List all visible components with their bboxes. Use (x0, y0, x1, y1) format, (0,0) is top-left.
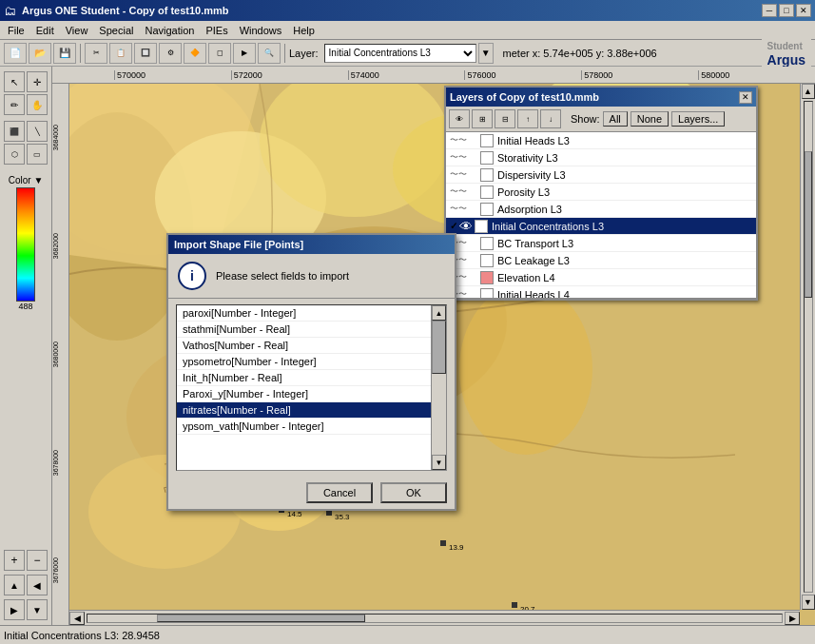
hand-tool[interactable]: ✋ (27, 94, 48, 115)
close-button[interactable]: ✕ (796, 4, 811, 17)
layer-tb-btn-5[interactable]: ↓ (540, 109, 561, 128)
tb-btn-1[interactable]: ✂ (85, 43, 107, 64)
menu-pies[interactable]: PIEs (200, 23, 233, 38)
ruler-left: 3684000 3682000 3680000 3678000 3676000 (52, 84, 69, 625)
pan-up-btn[interactable]: ▲ (4, 575, 25, 595)
select-tool[interactable]: ↖ (4, 71, 25, 92)
pan-right-btn[interactable]: ▶ (4, 599, 25, 620)
cancel-button[interactable]: Cancel (306, 482, 373, 503)
zoom-in-btn[interactable]: + (4, 550, 25, 571)
scroll-down-btn[interactable]: ▼ (802, 595, 815, 610)
svg-rect-25 (512, 602, 517, 608)
ruler-v-2: 3680000 (52, 342, 68, 367)
list-scroll-up[interactable]: ▲ (432, 305, 446, 321)
layer-row-3[interactable]: 〜〜 Porosity L3 (446, 184, 756, 201)
import-dialog-title: Import Shape File [Points] (174, 239, 303, 250)
layer-row-4[interactable]: 〜〜 Adsorption L3 (446, 201, 756, 218)
layer-row-8[interactable]: 〜〜 Elevation L4 (446, 269, 756, 286)
import-list-scrollbar[interactable]: ▲ ▼ (431, 305, 446, 470)
map-area[interactable]: 570000 572000 574000 576000 578000 58000… (52, 67, 815, 625)
layers-panel-close[interactable]: ✕ (739, 91, 752, 104)
layers-list[interactable]: 〜〜 Initial Heads L3 〜〜 Storativity L3 〜〜… (446, 132, 756, 299)
color-scale-label[interactable]: Color ▼ (9, 175, 44, 185)
pan-down-btn[interactable]: ▼ (27, 599, 48, 620)
import-field-7[interactable]: ypsom_vath[Number - Integer] (177, 419, 431, 435)
layer-tb-btn-2[interactable]: ⊞ (472, 109, 493, 128)
layer-select[interactable]: Initial Concentrations L3 (324, 44, 476, 63)
import-field-6[interactable]: nitrates[Number - Real] (177, 402, 431, 419)
node-tool[interactable]: ⬛ (4, 121, 25, 142)
import-field-3[interactable]: ypsometro[Number - Integer] (177, 354, 431, 370)
tb-btn-8[interactable]: 🔍 (258, 43, 281, 64)
layer-row-1[interactable]: 〜〜 Storativity L3 (446, 149, 756, 166)
menu-windows[interactable]: Windows (234, 23, 288, 38)
svg-text:35.3: 35.3 (335, 513, 350, 521)
title-bar: 🗂 Argus ONE Student - Copy of test10.mmb… (0, 0, 815, 21)
scroll-up-btn[interactable]: ▲ (802, 84, 815, 99)
show-none-btn[interactable]: None (631, 111, 669, 127)
h-scroll-track[interactable] (87, 614, 783, 623)
h-scroll-thumb[interactable] (157, 615, 365, 622)
menu-edit[interactable]: Edit (30, 23, 60, 38)
scroll-left-btn[interactable]: ◀ (69, 612, 85, 625)
layer-row-9[interactable]: 〜〜 Initial Heads L4 (446, 286, 756, 299)
ruler-mark-0: 570000 (114, 70, 231, 80)
vis-icon-3: 〜〜 (450, 185, 467, 198)
menu-navigation[interactable]: Navigation (139, 23, 200, 38)
poly-tool[interactable]: ⬡ (4, 144, 25, 165)
tb-btn-5[interactable]: 🔶 (184, 43, 206, 64)
restore-button[interactable]: □ (779, 4, 794, 17)
v-scroll-track[interactable] (804, 101, 813, 593)
save-btn[interactable]: 💾 (53, 43, 76, 64)
import-field-0[interactable]: paroxi[Number - Integer] (177, 305, 431, 322)
menu-view[interactable]: View (60, 23, 94, 38)
ruler-top: 570000 572000 574000 576000 578000 58000… (52, 67, 815, 84)
layer-dropdown-btn[interactable]: ▼ (478, 43, 494, 64)
tb-btn-3[interactable]: 🔲 (134, 43, 157, 64)
menu-special[interactable]: Special (93, 23, 139, 38)
layer-row-0[interactable]: 〜〜 Initial Heads L3 (446, 132, 756, 149)
menu-file[interactable]: File (2, 23, 30, 38)
layer-tb-btn-1[interactable]: 👁 (449, 109, 470, 128)
layers-panel-titlebar: Layers of Copy of test10.mmb ✕ (446, 88, 756, 107)
v-scroll-thumb[interactable] (805, 151, 812, 299)
layer-tb-btn-3[interactable]: ⊟ (495, 109, 515, 128)
tb-btn-6[interactable]: ◻ (208, 43, 231, 64)
layer-row-7[interactable]: 〜〜 BC Leakage L3 (446, 252, 756, 269)
menu-help[interactable]: Help (287, 23, 320, 38)
new-btn[interactable]: 📄 (4, 43, 27, 64)
layer-name-8: Elevation L4 (497, 272, 555, 283)
list-scroll-thumb[interactable] (432, 321, 446, 374)
layer-row-2[interactable]: 〜〜 Dispersivity L3 (446, 166, 756, 184)
crosshair-tool[interactable]: ✛ (27, 71, 48, 92)
tb-btn-4[interactable]: ⚙ (159, 43, 182, 64)
tb-btn-2[interactable]: 📋 (109, 43, 132, 64)
import-field-2[interactable]: Vathos[Number - Real] (177, 338, 431, 354)
edit-tool[interactable]: ✏ (4, 94, 25, 115)
open-btn[interactable]: 📂 (29, 43, 51, 64)
import-field-4[interactable]: Init_h[Number - Real] (177, 370, 431, 386)
show-all-btn[interactable]: All (603, 111, 628, 127)
color-box-5 (475, 220, 488, 233)
scroll-right-btn[interactable]: ▶ (785, 612, 800, 625)
h-scrollbar[interactable]: ◀ ▶ (69, 610, 800, 625)
line-tool[interactable]: ╲ (27, 121, 48, 142)
v-scrollbar[interactable]: ▲ ▼ (800, 84, 815, 610)
layer-row-5[interactable]: ✓ 👁 Initial Concentrations L3 (446, 218, 756, 235)
import-field-5[interactable]: Paroxi_y[Number - Integer] (177, 386, 431, 402)
layer-tb-btn-4[interactable]: ↑ (517, 109, 538, 128)
list-scroll-down[interactable]: ▼ (432, 455, 446, 470)
ruler-v-3: 3678000 (52, 450, 68, 476)
layer-row-6[interactable]: 〜〜 BC Transport L3 (446, 235, 756, 252)
tb-btn-7[interactable]: ▶ (233, 43, 256, 64)
vis-icon-1: 〜〜 (450, 151, 467, 164)
import-field-1[interactable]: stathmi[Number - Real] (177, 322, 431, 338)
pan-left-btn[interactable]: ◀ (27, 575, 48, 595)
zoom-out-btn[interactable]: − (27, 550, 48, 571)
ok-button[interactable]: OK (380, 482, 447, 503)
minimize-button[interactable]: ─ (762, 4, 777, 17)
rect-tool[interactable]: ▭ (27, 144, 48, 165)
info-icon: i (178, 262, 206, 290)
show-layers-btn[interactable]: Layers... (671, 111, 725, 127)
import-field-list[interactable]: paroxi[Number - Integer] stathmi[Number … (177, 305, 431, 470)
